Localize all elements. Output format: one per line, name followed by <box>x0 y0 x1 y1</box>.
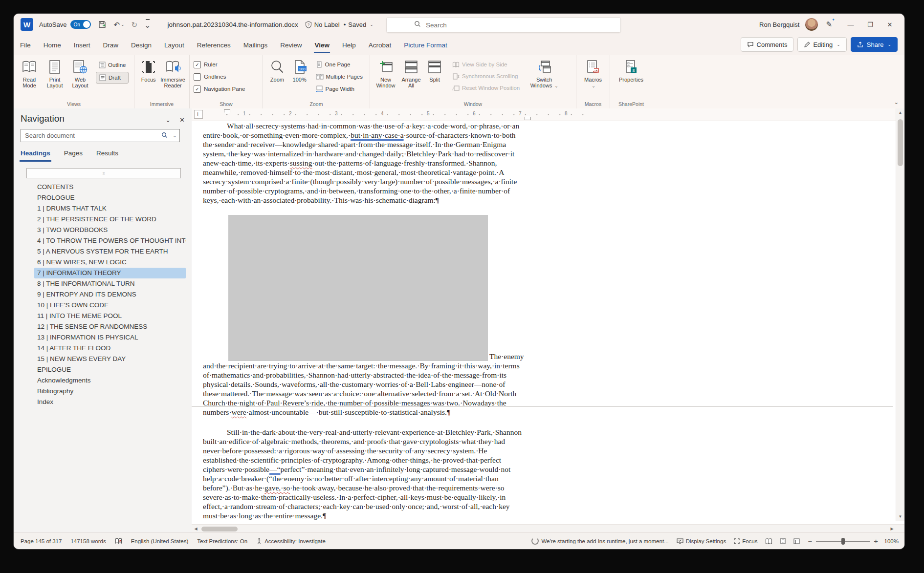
one-page-button[interactable]: One Page <box>313 59 366 70</box>
blank-heading-item[interactable]: Ξ <box>26 168 181 178</box>
text-predictions-indicator[interactable]: Text Predictions: On <box>197 538 247 544</box>
word-count[interactable]: 147158 words <box>70 538 106 544</box>
arrange-all-button[interactable]: Arrange All <box>399 58 423 88</box>
tab-file[interactable]: File <box>14 35 37 55</box>
tab-draw[interactable]: Draw <box>97 35 125 55</box>
zoom-in-button[interactable]: + <box>874 537 878 545</box>
split-button[interactable]: Split <box>425 58 444 83</box>
page-width-button[interactable]: Page Width <box>313 83 366 95</box>
save-icon[interactable] <box>98 20 107 29</box>
new-window-button[interactable]: New Window <box>374 58 397 88</box>
editing-mode-button[interactable]: Editing ⌄ <box>797 37 846 52</box>
tab-design[interactable]: Design <box>125 35 158 55</box>
minimize-button[interactable]: — <box>841 16 860 33</box>
redo-button[interactable]: ↻ <box>132 21 138 28</box>
tab-acrobat[interactable]: Acrobat <box>362 35 398 55</box>
print-layout-view-icon[interactable] <box>780 538 786 544</box>
tab-insert[interactable]: Insert <box>67 35 97 55</box>
tab-home[interactable]: Home <box>37 35 67 55</box>
nav-heading-item[interactable]: 9 | ENTROPY AND ITS DEMONS <box>34 289 186 300</box>
zoom-percentage[interactable]: 100% <box>882 538 899 544</box>
save-status[interactable]: • Saved ⌄ <box>344 21 374 28</box>
print-layout-button[interactable]: Print Layout <box>43 58 66 88</box>
switch-windows-button[interactable]: Switch Windows ⌄ <box>529 58 559 89</box>
outline-view-button[interactable]: Outline <box>96 60 129 70</box>
tab-help[interactable]: Help <box>336 35 362 55</box>
read-mode-view-icon[interactable] <box>765 538 772 544</box>
nav-heading-item-selected[interactable]: 7 | INFORMATION THEORY <box>34 268 186 278</box>
search-box[interactable]: Search <box>386 17 621 33</box>
nav-heading-item[interactable]: 15 | NEW NEWS EVERY DAY <box>34 354 186 364</box>
right-indent-marker[interactable] <box>525 115 531 120</box>
ruler-checkbox[interactable]: ✓ Ruler <box>194 59 245 70</box>
navigation-options-icon[interactable]: ⌄ <box>165 116 171 124</box>
zoom-out-button[interactable]: − <box>808 537 812 545</box>
nav-heading-item[interactable]: 10 | LIFE’S OWN CODE <box>34 300 186 311</box>
zoom-button[interactable]: Zoom <box>267 58 287 83</box>
search-icon[interactable] <box>161 132 168 140</box>
navigation-close-icon[interactable]: ✕ <box>179 116 185 124</box>
navigation-search-input[interactable]: Search document ⌄ <box>21 129 180 142</box>
sensitivity-label[interactable]: ? No Label <box>305 21 340 28</box>
scroll-right-icon[interactable]: ▶ <box>888 525 896 533</box>
tab-stop-selector[interactable]: L <box>194 110 203 119</box>
quick-access-customize-icon[interactable]: ⌄ <box>144 19 151 30</box>
word-app-icon[interactable]: W <box>21 18 33 31</box>
nav-heading-item[interactable]: 8 | THE INFORMATIONAL TURN <box>34 278 186 289</box>
multiple-pages-button[interactable]: Multiple Pages <box>313 71 366 83</box>
zoom-100-button[interactable]: 100 100% <box>289 58 310 83</box>
share-button[interactable]: Share ⌄ <box>851 37 898 52</box>
nav-heading-item[interactable]: 3 | TWO WORDBOOKS <box>34 225 186 235</box>
nav-heading-item[interactable]: 5 | A NERVOUS SYSTEM FOR THE EARTH <box>34 246 186 257</box>
nav-heading-item[interactable]: 13 | INFORMATION IS PHYSICAL <box>34 332 186 343</box>
accessibility-status[interactable]: Accessibility: Investigate <box>256 538 326 544</box>
proofing-errors-icon[interactable] <box>115 538 122 544</box>
tab-results[interactable]: Results <box>96 149 118 160</box>
user-name[interactable]: Ron Bergquist <box>759 21 799 28</box>
restore-button[interactable]: ❐ <box>860 16 880 33</box>
horizontal-scroll-thumb[interactable] <box>201 527 238 531</box>
display-settings-button[interactable]: Display Settings <box>677 538 726 544</box>
nav-heading-item[interactable]: 4 | TO THROW THE POWERS OF THOUGHT INTO… <box>34 235 186 246</box>
web-layout-button[interactable]: Web Layout <box>68 58 92 88</box>
nav-heading-item[interactable]: Acknowledgments <box>34 375 186 386</box>
tab-references[interactable]: References <box>191 35 237 55</box>
document-text[interactable]: What·all·secrecy·systems·had·in·common·w… <box>203 121 535 520</box>
document-title[interactable]: johnson.pat.202310304.the-information.do… <box>167 21 298 28</box>
read-mode-button[interactable]: Read Mode <box>18 58 41 88</box>
tab-headings[interactable]: Headings <box>21 149 50 160</box>
nav-heading-item[interactable]: Bibliography <box>34 386 186 397</box>
gridlines-checkbox[interactable]: Gridlines <box>194 71 245 83</box>
autosave-toggle[interactable]: On <box>70 20 91 29</box>
tab-mailings[interactable]: Mailings <box>237 35 274 55</box>
horizontal-ruler[interactable]: L 1 2 3 4 5 6 7 8 <box>192 108 904 121</box>
nav-heading-item[interactable]: 6 | NEW WIRES, NEW LOGIC <box>34 257 186 268</box>
tab-view[interactable]: View <box>308 35 336 55</box>
undo-button[interactable]: ↶⌄ <box>113 21 124 28</box>
focus-mode-button[interactable]: Focus <box>734 538 757 544</box>
properties-button[interactable]: S Properties <box>616 58 646 83</box>
nav-heading-item[interactable]: CONTENTS <box>34 182 186 192</box>
nav-heading-item[interactable]: 11 | INTO THE MEME POOL <box>34 311 186 321</box>
vertical-scrollbar[interactable]: ▲ ▼ <box>896 108 904 521</box>
undo-dropdown-icon[interactable]: ⌄ <box>121 22 125 27</box>
page-indicator[interactable]: Page 145 of 317 <box>21 538 62 544</box>
navigation-pane-checkbox[interactable]: ✓ Navigation Pane <box>194 83 245 95</box>
tab-picture-format[interactable]: Picture Format <box>397 35 454 55</box>
scroll-left-icon[interactable]: ◀ <box>192 525 200 533</box>
close-button[interactable]: ✕ <box>880 16 900 33</box>
zoom-slider[interactable] <box>816 541 870 542</box>
scroll-up-icon[interactable]: ▲ <box>896 108 904 117</box>
collapse-ribbon-icon[interactable]: ⌄ <box>894 99 899 106</box>
nav-heading-item[interactable]: Index <box>34 397 186 407</box>
nav-heading-item[interactable]: 2 | THE PERSISTENCE OF THE WORD <box>34 214 186 225</box>
nav-heading-item[interactable]: 14 | AFTER THE FLOOD <box>34 343 186 354</box>
nav-heading-item[interactable]: EPILOGUE <box>34 364 186 375</box>
nav-heading-item[interactable]: 1 | DRUMS THAT TALK <box>34 203 186 214</box>
focus-button[interactable]: Focus <box>138 58 158 83</box>
copilot-pen-icon[interactable]: ✎✦ <box>826 20 832 29</box>
zoom-slider-thumb[interactable] <box>841 538 845 545</box>
user-avatar[interactable] <box>805 18 818 31</box>
tab-layout[interactable]: Layout <box>158 35 191 55</box>
immersive-reader-button[interactable]: Immersive Reader <box>160 58 185 88</box>
